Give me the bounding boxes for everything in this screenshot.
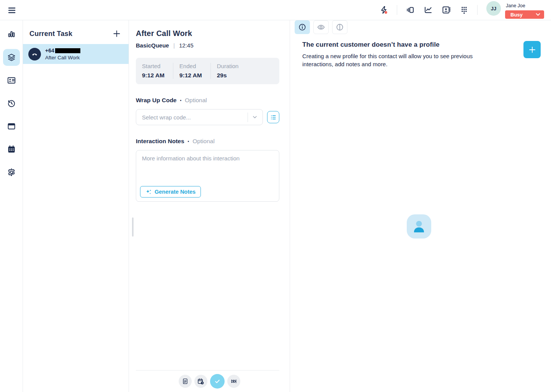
stat-value: 9:12 AM — [142, 72, 165, 79]
user-info: Jane Joe Busy — [505, 1, 544, 19]
dialpad-icon — [460, 5, 469, 15]
topbar-divider — [397, 5, 397, 15]
wrap-up-code-select[interactable]: Select wrap code... — [136, 109, 263, 125]
chevron-down-icon — [536, 13, 540, 16]
wrap-up-code-label: Wrap Up Code — [136, 97, 177, 104]
wrap-up-code-list-button[interactable] — [267, 111, 279, 123]
complete-task-button[interactable] — [210, 374, 225, 389]
call-timer: 12:45 — [179, 42, 194, 49]
no-profile-text: The current customer doesn’t have a prof… — [302, 41, 482, 68]
topbar-divider — [477, 5, 478, 15]
contacts-button[interactable] — [441, 5, 451, 15]
stat-label: Duration — [217, 63, 239, 69]
status-label: Busy — [510, 12, 536, 18]
stat-label: Started — [142, 63, 165, 69]
history-icon — [7, 99, 16, 108]
nav-calendar[interactable] — [3, 141, 20, 158]
plus-icon — [112, 29, 121, 38]
quick-actions-button[interactable] — [379, 5, 389, 15]
status-dropdown-button[interactable]: Busy — [505, 10, 544, 19]
browser-window-icon — [7, 122, 16, 131]
left-scrollbar-thumb[interactable] — [132, 217, 134, 237]
list-icon — [270, 114, 277, 121]
interaction-notes-label-row: Interaction Notes • Optional — [136, 138, 279, 145]
redacted-phone-number — [55, 48, 80, 53]
stat-value: 9:12 AM — [179, 72, 202, 79]
layers-icon — [7, 53, 16, 62]
split-circle-icon — [336, 23, 344, 31]
task-list-panel: Current Task +64 After Call Work — [23, 20, 129, 392]
nav-history[interactable] — [3, 95, 20, 112]
task-list-header: Current Task — [23, 20, 129, 38]
tab-compare[interactable] — [332, 20, 347, 34]
profile-placeholder-avatar — [407, 214, 431, 238]
analytics-button[interactable] — [423, 5, 433, 15]
plus-icon — [528, 46, 536, 54]
document-icon — [182, 378, 189, 385]
skip-button[interactable] — [227, 375, 240, 388]
phone-down-icon — [31, 51, 38, 57]
generate-notes-button[interactable]: Generate Notes — [140, 186, 201, 198]
user-name: Jane Joe — [506, 3, 525, 8]
wrap-up-code-label-row: Wrap Up Code • Optional — [136, 97, 279, 104]
tab-view[interactable] — [313, 20, 329, 34]
task-phone-number: +64 — [45, 47, 80, 54]
notification-dot — [385, 11, 387, 14]
bullet: • — [188, 139, 189, 144]
schedule-callback-button[interactable] — [194, 375, 207, 388]
footer-divider — [136, 370, 279, 371]
address-book-icon — [442, 5, 451, 15]
nav-browser[interactable] — [3, 118, 20, 135]
queue-name: BasicQueue — [136, 42, 169, 49]
create-profile-button[interactable] — [523, 41, 541, 58]
hamburger-menu-button[interactable] — [7, 5, 16, 15]
stat-started: Started 9:12 AM — [136, 63, 173, 79]
tab-info[interactable] — [295, 20, 310, 34]
no-profile-description: Creating a new profile for this contact … — [302, 52, 482, 68]
nav-metrics[interactable] — [3, 26, 20, 43]
panels-icon — [406, 5, 415, 15]
bullet: • — [180, 98, 182, 103]
interaction-notes-label: Interaction Notes — [136, 138, 184, 145]
profile-tabs — [290, 20, 551, 34]
dialpad-button[interactable] — [459, 5, 469, 15]
left-navigation-rail — [0, 20, 23, 392]
stat-label: Ended — [179, 63, 202, 69]
user-chip: JJ Jane Joe Busy — [486, 1, 544, 19]
task-list-item[interactable]: +64 After Call Work — [23, 44, 129, 64]
task-text: +64 After Call Work — [45, 47, 80, 60]
app-root: JJ Jane Joe Busy — [0, 0, 551, 392]
select-divider — [248, 113, 248, 122]
customer-profile-panel: The current customer doesn’t have a prof… — [290, 20, 551, 392]
phone-prefix: +64 — [45, 47, 54, 54]
call-end-badge — [28, 48, 41, 60]
sparkle-icon — [145, 189, 152, 195]
chevron-down-icon — [252, 114, 258, 120]
interaction-notes-field: Generate Notes — [136, 150, 279, 202]
stat-ended: Ended 9:12 AM — [173, 63, 210, 79]
user-avatar[interactable]: JJ — [486, 1, 501, 16]
bar-chart-icon — [7, 30, 16, 39]
task-actions-footer — [129, 370, 290, 392]
add-task-button[interactable] — [112, 29, 121, 38]
lightning-icon — [379, 5, 388, 15]
nav-tasks[interactable] — [3, 49, 20, 66]
stat-duration: Duration 29s — [210, 63, 247, 79]
panels-button[interactable] — [405, 5, 415, 15]
panel-title: After Call Work — [136, 29, 279, 38]
interaction-notes-input[interactable] — [142, 155, 273, 177]
person-icon — [407, 214, 431, 238]
gear-icon — [7, 168, 16, 177]
top-bar: JJ Jane Joe Busy — [0, 0, 551, 20]
nav-settings[interactable] — [3, 164, 20, 181]
generate-notes-label: Generate Notes — [155, 189, 196, 195]
notes-document-button[interactable] — [179, 375, 192, 388]
queue-separator: | — [173, 42, 175, 49]
hamburger-icon — [7, 6, 16, 15]
no-profile-heading: The current customer doesn’t have a prof… — [302, 41, 482, 49]
nav-contacts[interactable] — [3, 72, 20, 89]
task-list-title: Current Task — [29, 30, 72, 38]
calendar-clock-icon — [197, 378, 204, 385]
after-call-work-panel: After Call Work BasicQueue | 12:45 Start… — [129, 20, 290, 392]
calendar-icon — [7, 145, 16, 154]
